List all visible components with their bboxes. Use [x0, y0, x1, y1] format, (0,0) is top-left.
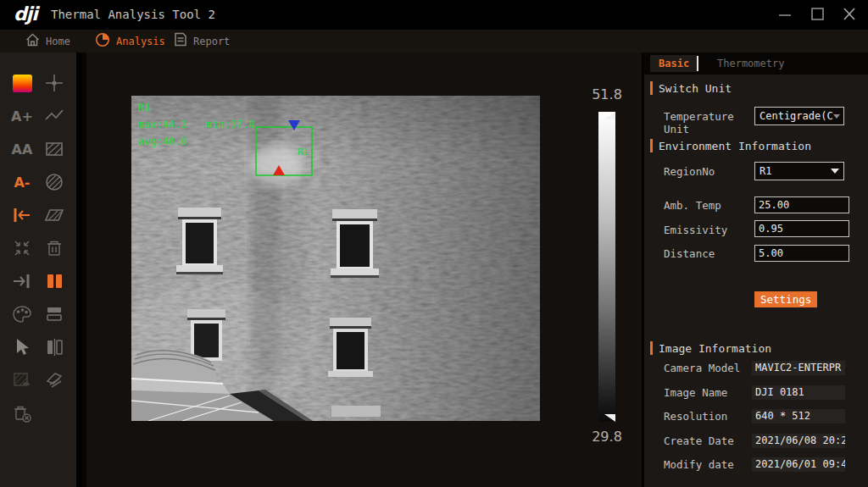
resolution-value: 640 * 512	[752, 409, 845, 423]
thermal-image[interactable]: R1 R1 max:44.2 min:37.8 avg:40.6	[131, 96, 540, 421]
stats-region-id: R1	[138, 102, 150, 113]
window-lower-left	[187, 309, 225, 361]
collapse-tool[interactable]	[10, 236, 34, 260]
nav-analysis-label: Analysis	[116, 36, 165, 47]
pie-chart-icon	[95, 32, 110, 51]
chevron-down-icon	[833, 114, 840, 119]
settings-panel: Basic Thermometry Switch Unit Temperatur…	[643, 53, 868, 487]
delete-region-tool[interactable]	[42, 236, 66, 260]
temperature-scale-bar[interactable]	[598, 112, 615, 422]
app-title: Thermal Analysis Tool 2	[51, 8, 215, 21]
collapse-arrows-icon	[11, 237, 33, 259]
window-upper-left	[176, 208, 223, 274]
maximize-icon[interactable]	[808, 7, 826, 22]
line-measure-tool[interactable]	[42, 104, 66, 128]
tab-basic[interactable]: Basic	[650, 55, 698, 72]
hatched-rect-icon	[43, 138, 65, 160]
amb-temp-label: Amb. Temp	[664, 199, 721, 212]
home-icon	[25, 33, 40, 50]
stats-max: max:44.2	[138, 119, 187, 130]
select-tool[interactable]	[10, 335, 34, 359]
image-canvas: R1 R1 max:44.2 min:37.8 avg:40.6 51.8 29…	[81, 53, 642, 487]
font-size-tool[interactable]: AA	[10, 137, 34, 161]
spot-measure-tool[interactable]	[42, 71, 66, 95]
panel-tabstrip: Basic Thermometry	[644, 53, 868, 75]
window-upper-right	[331, 209, 379, 278]
compare-bars-tool[interactable]	[42, 335, 66, 359]
titlebar: dji Thermal Analysis Tool 2	[0, 0, 868, 30]
distance-input[interactable]	[754, 245, 849, 262]
palette-gradient-tool[interactable]	[10, 71, 34, 95]
image-info-header: Image Information	[650, 340, 771, 356]
camera-model-label: Camera Model	[664, 362, 740, 374]
modify-date-value: 2021/06/01 09:48:0	[752, 457, 845, 472]
trash-icon	[43, 237, 65, 259]
scale-lower-handle[interactable]	[604, 414, 615, 422]
wall-ledge	[331, 406, 381, 417]
minimize-icon[interactable]	[776, 7, 794, 22]
polyline-icon	[43, 105, 65, 127]
polygon-measure-tool[interactable]	[42, 203, 66, 227]
amb-temp-input[interactable]	[754, 196, 849, 213]
stats-avg: avg:40.6	[138, 136, 187, 147]
nav-home[interactable]: Home	[25, 30, 70, 53]
temperature-unit-dropdown[interactable]: Centigrade(C)	[754, 107, 844, 125]
nav-bar: Home Analysis Report	[0, 30, 868, 53]
font-size-icon: AA	[12, 141, 33, 158]
cursor-arrow-icon	[11, 336, 33, 358]
stats-min: min:37.8	[206, 119, 255, 130]
bar-left-arrow-icon	[11, 204, 33, 226]
nav-analysis[interactable]: Analysis	[95, 30, 165, 53]
scale-max-label: 51.8	[581, 86, 632, 102]
hatched-circle-icon	[43, 171, 65, 193]
font-decrease-tool[interactable]: A-	[10, 170, 34, 194]
temperature-unit-label: Temperature Unit	[664, 110, 748, 136]
region-r1-label: R1	[298, 147, 309, 158]
artist-palette-icon	[11, 303, 33, 325]
environment-header: Environment Information	[650, 138, 811, 153]
tab-thermometry[interactable]: Thermometry	[709, 55, 793, 72]
snap-left-tool[interactable]	[10, 203, 34, 227]
split-bars-icon	[43, 270, 65, 292]
move-to-bar-tool[interactable]	[10, 269, 34, 293]
scale-min-label: 29.8	[581, 429, 632, 445]
split-view-tool[interactable]	[42, 269, 66, 293]
layer-stack-tool[interactable]	[42, 302, 66, 326]
color-palette-tool[interactable]	[10, 302, 34, 326]
section-accent-bar	[650, 139, 653, 152]
layers-diagonal-tool[interactable]	[42, 368, 66, 392]
settings-button[interactable]: Settings	[754, 291, 817, 307]
rect-measure-tool[interactable]	[42, 137, 66, 161]
image-name-value: DJI 0181	[752, 385, 845, 400]
temperature-unit-value: Centigrade(C)	[755, 110, 833, 122]
region-no-value: R1	[755, 165, 831, 177]
close-icon[interactable]	[840, 7, 859, 22]
font-increase-tool[interactable]: A+	[10, 104, 34, 128]
font-decrease-icon: A-	[14, 174, 30, 191]
app-window: dji Thermal Analysis Tool 2 Home	[0, 0, 868, 487]
dji-logo: dji	[14, 3, 37, 25]
image-name-label: Image Name	[664, 386, 727, 399]
emissivity-input[interactable]	[754, 220, 849, 237]
camera-model-value: MAVIC2-ENTERPR	[752, 361, 845, 375]
nav-home-label: Home	[46, 36, 70, 47]
circle-measure-tool[interactable]	[42, 170, 66, 194]
distance-label: Distance	[664, 247, 715, 260]
resolution-label: Resolution	[664, 410, 727, 423]
region-no-dropdown[interactable]: R1	[754, 162, 844, 180]
clear-all-tool[interactable]	[10, 401, 34, 425]
nav-report[interactable]: Report	[174, 30, 230, 53]
font-increase-icon: A+	[11, 108, 33, 125]
window-lower-right	[328, 318, 373, 377]
tab-separator	[697, 56, 698, 71]
thermal-palette-icon	[13, 75, 32, 92]
nav-report-label: Report	[193, 36, 230, 47]
create-date-value: 2021/06/08 20:28:1	[752, 434, 845, 448]
alarm-region-tool[interactable]	[10, 368, 34, 392]
diagonal-layers-icon	[43, 369, 65, 391]
emissivity-label: Emissivity	[664, 224, 727, 236]
tool-sidebar: A+ AA A-	[0, 53, 76, 487]
hatched-alarm-icon	[11, 369, 33, 391]
scale-upper-handle[interactable]	[604, 112, 615, 119]
section-accent-bar	[650, 81, 653, 95]
